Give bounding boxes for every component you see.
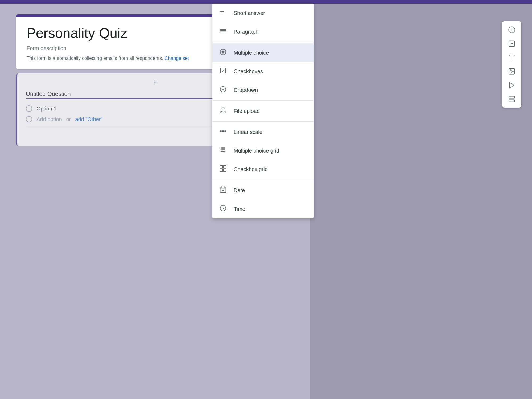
checkbox-grid-icon (219, 165, 227, 174)
svg-rect-43 (223, 169, 226, 172)
add-other-link[interactable]: add "Other" (75, 116, 102, 122)
svg-marker-12 (510, 83, 514, 88)
time-icon (219, 204, 227, 213)
option-1-radio (26, 105, 32, 112)
time-label: Time (234, 206, 245, 212)
dropdown-item-linear-scale[interactable]: Linear scale (212, 123, 314, 141)
svg-point-27 (222, 131, 224, 132)
dropdown-item-checkboxes[interactable]: Checkboxes (212, 62, 314, 81)
dropdown-item-dropdown[interactable]: Dropdown (212, 81, 314, 99)
add-option-radio (26, 116, 32, 122)
dropdown-item-time[interactable]: Time (212, 200, 314, 218)
checkbox-grid-label: Checkbox grid (234, 166, 268, 172)
multiple-choice-icon (219, 48, 227, 57)
paragraph-icon (219, 27, 227, 36)
dropdown-item-file-upload[interactable]: File upload (212, 102, 314, 120)
divider-1 (212, 42, 314, 42)
svg-point-22 (222, 51, 224, 53)
dropdown-item-paragraph[interactable]: Paragraph (212, 22, 314, 41)
divider-3 (212, 121, 314, 122)
add-title-button[interactable] (505, 51, 518, 64)
date-label: Date (234, 187, 245, 194)
svg-point-37 (221, 151, 222, 153)
or-text: or (66, 116, 71, 122)
svg-rect-14 (509, 100, 515, 102)
file-upload-icon (219, 106, 227, 116)
option-1-text: Option 1 (36, 106, 57, 112)
divider-4 (212, 180, 314, 180)
svg-point-39 (224, 151, 226, 153)
svg-point-34 (221, 149, 222, 151)
dropdown-item-multiple-choice-grid[interactable]: Multiple choice grid (212, 141, 314, 160)
right-background (310, 4, 532, 399)
checkboxes-label: Checkboxes (234, 68, 263, 75)
dropdown-icon (219, 85, 227, 94)
svg-point-31 (221, 147, 222, 149)
file-upload-label: File upload (234, 108, 260, 114)
svg-point-26 (220, 131, 222, 132)
svg-point-32 (222, 147, 224, 149)
linear-scale-label: Linear scale (234, 129, 262, 135)
add-video-button[interactable] (505, 79, 518, 92)
divider-2 (212, 100, 314, 101)
short-answer-label: Short answer (234, 10, 265, 16)
dropdown-item-date[interactable]: Date (212, 181, 314, 200)
svg-rect-40 (220, 165, 223, 168)
dropdown-item-short-answer[interactable]: Short answer (212, 4, 314, 22)
add-image-toolbar-button[interactable] (505, 65, 518, 78)
svg-rect-13 (509, 96, 515, 98)
question-type-dropdown: Short answer Paragraph Multiple choice (212, 4, 314, 218)
sidebar-toolbar (502, 21, 521, 108)
svg-point-24 (220, 87, 226, 92)
svg-rect-41 (223, 165, 226, 168)
dropdown-label: Dropdown (234, 87, 258, 93)
svg-rect-23 (221, 68, 226, 73)
svg-point-28 (225, 131, 226, 132)
svg-point-33 (224, 147, 226, 149)
svg-point-48 (222, 190, 224, 191)
svg-rect-42 (220, 169, 223, 172)
add-question-button[interactable] (505, 23, 518, 36)
import-questions-button[interactable] (505, 37, 518, 50)
top-bar (0, 0, 532, 4)
date-icon (219, 186, 227, 195)
change-settings-link[interactable]: Change set (164, 56, 189, 61)
svg-point-35 (222, 149, 224, 151)
checkboxes-icon (219, 67, 227, 76)
multiple-choice-label: Multiple choice (234, 50, 269, 56)
short-answer-icon (219, 9, 227, 18)
dropdown-item-multiple-choice[interactable]: Multiple choice (212, 43, 314, 62)
paragraph-label: Paragraph (234, 29, 258, 35)
svg-point-36 (224, 149, 226, 151)
svg-point-11 (510, 70, 511, 71)
multiple-choice-grid-icon (219, 146, 227, 155)
linear-scale-icon (219, 127, 227, 137)
add-option-text[interactable]: Add option (36, 116, 62, 122)
multiple-choice-grid-label: Multiple choice grid (234, 148, 279, 154)
svg-point-38 (222, 151, 224, 153)
add-section-button[interactable] (505, 93, 518, 105)
dropdown-item-checkbox-grid[interactable]: Checkbox grid (212, 160, 314, 179)
